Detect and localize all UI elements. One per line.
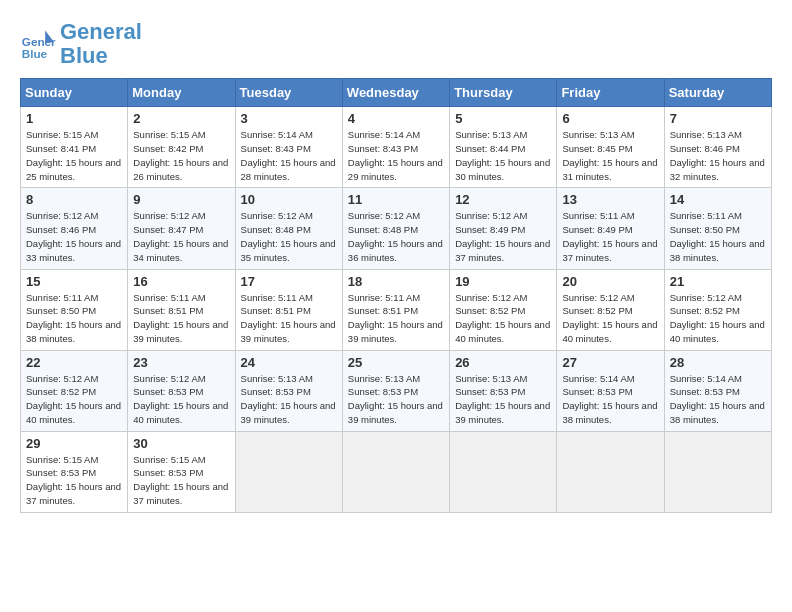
day-cell: 28 Sunrise: 5:14 AMSunset: 8:53 PMDaylig… — [664, 350, 771, 431]
day-number: 15 — [26, 274, 122, 289]
day-info: Sunrise: 5:15 AMSunset: 8:41 PMDaylight:… — [26, 128, 122, 183]
day-info: Sunrise: 5:12 AMSunset: 8:46 PMDaylight:… — [26, 209, 122, 264]
day-number: 26 — [455, 355, 551, 370]
day-cell: 27 Sunrise: 5:14 AMSunset: 8:53 PMDaylig… — [557, 350, 664, 431]
day-number: 14 — [670, 192, 766, 207]
day-cell — [664, 431, 771, 512]
day-number: 12 — [455, 192, 551, 207]
day-number: 5 — [455, 111, 551, 126]
day-number: 22 — [26, 355, 122, 370]
day-info: Sunrise: 5:15 AMSunset: 8:42 PMDaylight:… — [133, 128, 229, 183]
day-info: Sunrise: 5:13 AMSunset: 8:46 PMDaylight:… — [670, 128, 766, 183]
header: General Blue GeneralBlue — [20, 20, 772, 68]
day-number: 4 — [348, 111, 444, 126]
day-cell: 9 Sunrise: 5:12 AMSunset: 8:47 PMDayligh… — [128, 188, 235, 269]
day-number: 21 — [670, 274, 766, 289]
col-header-tuesday: Tuesday — [235, 79, 342, 107]
logo-icon: General Blue — [20, 26, 56, 62]
day-number: 18 — [348, 274, 444, 289]
day-cell: 7 Sunrise: 5:13 AMSunset: 8:46 PMDayligh… — [664, 107, 771, 188]
day-number: 29 — [26, 436, 122, 451]
day-info: Sunrise: 5:13 AMSunset: 8:44 PMDaylight:… — [455, 128, 551, 183]
logo-text: GeneralBlue — [60, 20, 142, 68]
day-cell: 30 Sunrise: 5:15 AMSunset: 8:53 PMDaylig… — [128, 431, 235, 512]
day-number: 30 — [133, 436, 229, 451]
day-cell: 6 Sunrise: 5:13 AMSunset: 8:45 PMDayligh… — [557, 107, 664, 188]
day-cell: 16 Sunrise: 5:11 AMSunset: 8:51 PMDaylig… — [128, 269, 235, 350]
day-info: Sunrise: 5:12 AMSunset: 8:52 PMDaylight:… — [455, 291, 551, 346]
day-cell: 10 Sunrise: 5:12 AMSunset: 8:48 PMDaylig… — [235, 188, 342, 269]
day-number: 10 — [241, 192, 337, 207]
day-cell — [235, 431, 342, 512]
col-header-monday: Monday — [128, 79, 235, 107]
week-row-3: 15 Sunrise: 5:11 AMSunset: 8:50 PMDaylig… — [21, 269, 772, 350]
day-cell: 15 Sunrise: 5:11 AMSunset: 8:50 PMDaylig… — [21, 269, 128, 350]
day-number: 20 — [562, 274, 658, 289]
day-info: Sunrise: 5:13 AMSunset: 8:53 PMDaylight:… — [241, 372, 337, 427]
day-cell: 8 Sunrise: 5:12 AMSunset: 8:46 PMDayligh… — [21, 188, 128, 269]
day-cell: 26 Sunrise: 5:13 AMSunset: 8:53 PMDaylig… — [450, 350, 557, 431]
day-number: 7 — [670, 111, 766, 126]
day-cell: 18 Sunrise: 5:11 AMSunset: 8:51 PMDaylig… — [342, 269, 449, 350]
day-info: Sunrise: 5:11 AMSunset: 8:49 PMDaylight:… — [562, 209, 658, 264]
day-cell: 11 Sunrise: 5:12 AMSunset: 8:48 PMDaylig… — [342, 188, 449, 269]
day-info: Sunrise: 5:14 AMSunset: 8:43 PMDaylight:… — [348, 128, 444, 183]
day-info: Sunrise: 5:15 AMSunset: 8:53 PMDaylight:… — [133, 453, 229, 508]
day-info: Sunrise: 5:12 AMSunset: 8:49 PMDaylight:… — [455, 209, 551, 264]
day-number: 3 — [241, 111, 337, 126]
col-header-friday: Friday — [557, 79, 664, 107]
day-cell: 1 Sunrise: 5:15 AMSunset: 8:41 PMDayligh… — [21, 107, 128, 188]
day-cell — [342, 431, 449, 512]
day-number: 9 — [133, 192, 229, 207]
day-number: 27 — [562, 355, 658, 370]
week-row-5: 29 Sunrise: 5:15 AMSunset: 8:53 PMDaylig… — [21, 431, 772, 512]
week-row-4: 22 Sunrise: 5:12 AMSunset: 8:52 PMDaylig… — [21, 350, 772, 431]
day-cell: 21 Sunrise: 5:12 AMSunset: 8:52 PMDaylig… — [664, 269, 771, 350]
day-info: Sunrise: 5:12 AMSunset: 8:48 PMDaylight:… — [241, 209, 337, 264]
day-info: Sunrise: 5:14 AMSunset: 8:53 PMDaylight:… — [562, 372, 658, 427]
day-info: Sunrise: 5:12 AMSunset: 8:47 PMDaylight:… — [133, 209, 229, 264]
day-cell: 24 Sunrise: 5:13 AMSunset: 8:53 PMDaylig… — [235, 350, 342, 431]
day-info: Sunrise: 5:12 AMSunset: 8:53 PMDaylight:… — [133, 372, 229, 427]
day-cell: 25 Sunrise: 5:13 AMSunset: 8:53 PMDaylig… — [342, 350, 449, 431]
day-info: Sunrise: 5:12 AMSunset: 8:52 PMDaylight:… — [562, 291, 658, 346]
day-info: Sunrise: 5:11 AMSunset: 8:51 PMDaylight:… — [241, 291, 337, 346]
week-row-1: 1 Sunrise: 5:15 AMSunset: 8:41 PMDayligh… — [21, 107, 772, 188]
day-cell: 23 Sunrise: 5:12 AMSunset: 8:53 PMDaylig… — [128, 350, 235, 431]
day-number: 8 — [26, 192, 122, 207]
day-info: Sunrise: 5:14 AMSunset: 8:53 PMDaylight:… — [670, 372, 766, 427]
day-info: Sunrise: 5:14 AMSunset: 8:43 PMDaylight:… — [241, 128, 337, 183]
day-info: Sunrise: 5:11 AMSunset: 8:51 PMDaylight:… — [348, 291, 444, 346]
col-header-saturday: Saturday — [664, 79, 771, 107]
day-number: 11 — [348, 192, 444, 207]
day-info: Sunrise: 5:12 AMSunset: 8:52 PMDaylight:… — [26, 372, 122, 427]
day-cell: 2 Sunrise: 5:15 AMSunset: 8:42 PMDayligh… — [128, 107, 235, 188]
day-cell: 14 Sunrise: 5:11 AMSunset: 8:50 PMDaylig… — [664, 188, 771, 269]
day-number: 1 — [26, 111, 122, 126]
week-row-2: 8 Sunrise: 5:12 AMSunset: 8:46 PMDayligh… — [21, 188, 772, 269]
day-info: Sunrise: 5:13 AMSunset: 8:45 PMDaylight:… — [562, 128, 658, 183]
day-cell: 20 Sunrise: 5:12 AMSunset: 8:52 PMDaylig… — [557, 269, 664, 350]
day-cell: 13 Sunrise: 5:11 AMSunset: 8:49 PMDaylig… — [557, 188, 664, 269]
day-info: Sunrise: 5:12 AMSunset: 8:52 PMDaylight:… — [670, 291, 766, 346]
day-cell: 29 Sunrise: 5:15 AMSunset: 8:53 PMDaylig… — [21, 431, 128, 512]
day-number: 16 — [133, 274, 229, 289]
day-number: 23 — [133, 355, 229, 370]
col-header-wednesday: Wednesday — [342, 79, 449, 107]
day-cell: 17 Sunrise: 5:11 AMSunset: 8:51 PMDaylig… — [235, 269, 342, 350]
day-number: 2 — [133, 111, 229, 126]
day-info: Sunrise: 5:12 AMSunset: 8:48 PMDaylight:… — [348, 209, 444, 264]
day-number: 13 — [562, 192, 658, 207]
day-number: 28 — [670, 355, 766, 370]
col-header-thursday: Thursday — [450, 79, 557, 107]
svg-text:Blue: Blue — [22, 47, 48, 60]
day-cell: 4 Sunrise: 5:14 AMSunset: 8:43 PMDayligh… — [342, 107, 449, 188]
day-info: Sunrise: 5:13 AMSunset: 8:53 PMDaylight:… — [348, 372, 444, 427]
day-cell: 22 Sunrise: 5:12 AMSunset: 8:52 PMDaylig… — [21, 350, 128, 431]
day-number: 25 — [348, 355, 444, 370]
day-cell: 12 Sunrise: 5:12 AMSunset: 8:49 PMDaylig… — [450, 188, 557, 269]
day-info: Sunrise: 5:11 AMSunset: 8:51 PMDaylight:… — [133, 291, 229, 346]
day-number: 24 — [241, 355, 337, 370]
day-info: Sunrise: 5:13 AMSunset: 8:53 PMDaylight:… — [455, 372, 551, 427]
day-cell: 19 Sunrise: 5:12 AMSunset: 8:52 PMDaylig… — [450, 269, 557, 350]
